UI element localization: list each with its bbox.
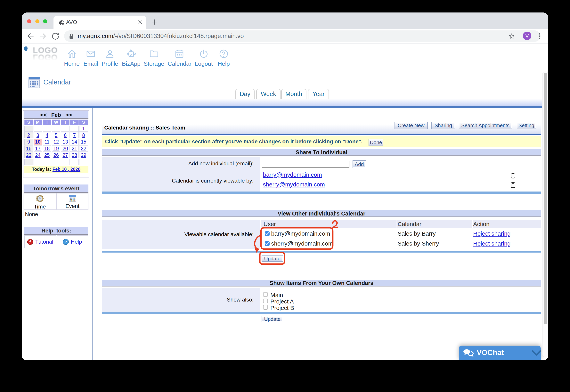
- svg-text:?: ?: [65, 240, 67, 244]
